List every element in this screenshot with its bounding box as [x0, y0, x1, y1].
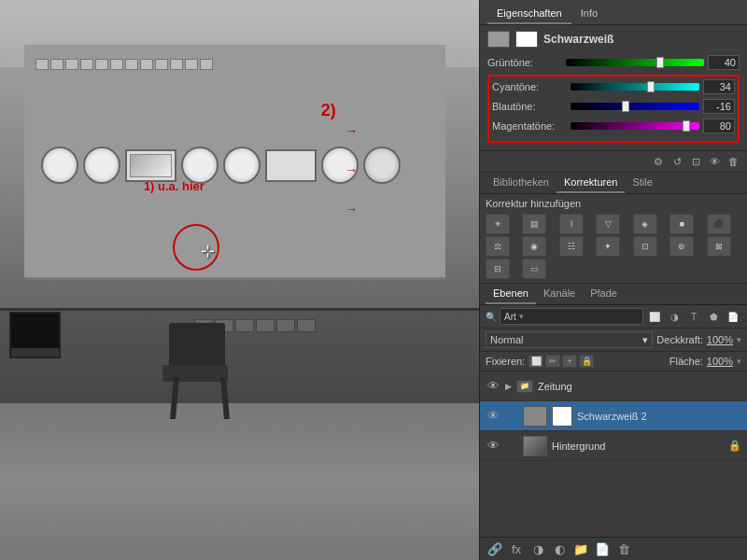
corr-icon-channel[interactable]: ☷ [559, 236, 584, 257]
tab-pfade[interactable]: Pfade [583, 284, 625, 304]
eigenschaften-icon-toolbar: ⚙ ↺ ⊡ 👁 🗑 [480, 151, 747, 173]
corr-icon-colorbalance[interactable]: ⬛ [707, 214, 731, 234]
delete-layer-icon[interactable]: 🗑 [614, 540, 633, 557]
flaeche-value[interactable]: 100% [707, 356, 733, 367]
corr-icon-exposure[interactable]: ▽ [596, 214, 620, 234]
tab-ebenen[interactable]: Ebenen [486, 284, 536, 304]
blend-mode-select[interactable]: Normal ▾ [486, 331, 653, 348]
type-filter-icon[interactable]: T [685, 309, 702, 324]
add-style-icon[interactable]: fx [507, 540, 526, 557]
fix-move-icon[interactable]: + [562, 355, 577, 368]
layer-thumbnail [487, 31, 510, 48]
ebenen-toolbar: 🔍 Art ▾ ⬜ ◑ T ⬟ 📄 [480, 305, 747, 329]
tab-eigenschaften[interactable]: Eigenschaften [487, 4, 571, 24]
gauge-round [223, 147, 261, 184]
new-adjustment-icon[interactable]: ◐ [550, 540, 569, 557]
slider-value-gruentone[interactable]: 40 [708, 55, 740, 70]
slider-handle-blautone[interactable] [622, 101, 629, 112]
corr-icon-invert[interactable]: ⊡ [633, 236, 657, 257]
tab-korrekturen[interactable]: Korrekturen [557, 173, 625, 193]
slider-value-cyantone[interactable]: 34 [703, 79, 735, 94]
drawer [276, 319, 295, 332]
fix-pixel-icon[interactable]: ⬜ [529, 355, 543, 368]
annotation-arrow-3: → [345, 202, 358, 217]
layer-item-zeitung[interactable]: 👁 ▶ 📁 Zeitung [480, 371, 747, 401]
eye-icon[interactable]: 👁 [706, 154, 723, 169]
slider-handle-magentatone[interactable] [683, 120, 690, 132]
korrekturen-title: Korrektur hinzufügen [486, 198, 741, 209]
corr-icon-bw[interactable]: ⚖ [486, 236, 510, 257]
new-layer-icon[interactable]: 📄 [593, 540, 612, 557]
slider-value-magentatone[interactable]: 80 [703, 119, 735, 133]
auto-icon[interactable]: ⚙ [650, 154, 667, 169]
layer-item-hintergrund[interactable]: 👁 Hintergrund 🔒 [480, 431, 747, 461]
switch [95, 59, 108, 70]
corr-icon-brightness[interactable]: ☀ [486, 214, 510, 234]
corr-icon-curves[interactable]: ⌇ [559, 214, 584, 234]
group-arrow-icon[interactable]: ▶ [505, 382, 512, 391]
annotation-arrow-1: → [345, 123, 358, 138]
tab-bibliotheken[interactable]: Bibliotheken [486, 173, 557, 193]
deckkraft-label: Deckkraft: [656, 334, 703, 345]
flaeche-arrow-icon[interactable]: ▾ [737, 357, 741, 366]
visibility-eye-hintergrund[interactable]: 👁 [486, 440, 500, 453]
slider-handle-cyantone[interactable] [647, 81, 655, 92]
slider-row-gruentone: Grüntöne: 40 [487, 55, 740, 70]
trash-icon[interactable]: 🗑 [725, 154, 741, 169]
add-mask-icon[interactable]: ◑ [529, 540, 547, 557]
visibility-eye-zeitung[interactable]: 👁 [486, 380, 500, 393]
ebenen-tabs-bar: Ebenen Kanäle Pfade [480, 284, 747, 305]
corr-icon-hsl[interactable]: ■ [669, 214, 694, 234]
adjustment-filter-icon[interactable]: ◑ [666, 309, 683, 324]
shape-filter-icon[interactable]: ⬟ [705, 309, 722, 324]
slider-track-blautone[interactable] [571, 101, 699, 112]
chair-leg [170, 377, 179, 419]
drawer [256, 319, 275, 332]
corr-icon-selectivecolor[interactable]: ▭ [522, 259, 546, 279]
new-group-icon[interactable]: 📁 [571, 540, 590, 557]
corr-icon-levels[interactable]: ▤ [522, 214, 546, 234]
pixel-filter-icon[interactable]: ⬜ [646, 309, 663, 324]
filter-type-dropdown[interactable]: Art [504, 312, 516, 322]
deckkraft-arrow-icon[interactable]: ▾ [737, 335, 741, 344]
link-layers-icon[interactable]: 🔗 [486, 540, 504, 557]
layer-label-zeitung: Zeitung [538, 381, 741, 392]
fix-all-icon[interactable]: 🔒 [579, 355, 594, 368]
fixieren-icons: ⬜ ✏ + 🔒 [529, 355, 594, 368]
dropdown-arrow-icon: ▾ [519, 312, 524, 321]
smart-filter-icon[interactable]: 📄 [725, 309, 741, 324]
search-box[interactable]: Art ▾ [500, 308, 643, 325]
tab-info[interactable]: Info [571, 4, 607, 24]
corr-icon-vibrance[interactable]: ◈ [633, 214, 657, 234]
slider-track-magentatone[interactable] [571, 120, 699, 132]
fix-draw-icon[interactable]: ✏ [545, 355, 560, 368]
layer-mask-schwarzweiss2 [552, 406, 572, 427]
deckkraft-value[interactable]: 100% [707, 334, 733, 345]
layer-label-schwarzweiss2: Schwarzweiß 2 [577, 411, 741, 422]
red-highlight-box: Cyantöne: 34 Blautöne: -16 [487, 75, 740, 143]
slider-track-cyantone[interactable] [571, 81, 699, 92]
slider-handle-gruentone[interactable] [656, 57, 664, 68]
tab-kanaele[interactable]: Kanäle [536, 284, 583, 304]
tab-stile[interactable]: Stile [625, 173, 659, 193]
slider-row-cyantone: Cyantöne: 34 [492, 79, 735, 94]
layer-item-schwarzweiss2[interactable]: 👁 Schwarzweiß 2 [480, 401, 747, 431]
cursor-pointer-icon: ⊹ [201, 241, 215, 261]
switch [110, 59, 123, 70]
switch [35, 59, 49, 70]
drawer [297, 319, 316, 332]
fixieren-label: Fixieren: [486, 356, 525, 367]
layer-lock-icon: 🔒 [728, 440, 741, 452]
slider-value-blautone[interactable]: -16 [703, 99, 735, 114]
corr-icon-photofilter[interactable]: ◉ [522, 236, 546, 257]
switch [140, 59, 153, 70]
reset-icon[interactable]: ↺ [669, 154, 685, 169]
corr-icon-posterize[interactable]: ⊛ [669, 236, 694, 257]
corr-icon-threshold[interactable]: ⊠ [707, 236, 731, 257]
corr-icon-gradientmap[interactable]: ⊟ [486, 259, 510, 279]
visibility-eye-schwarzweiss2[interactable]: 👁 [486, 410, 500, 423]
clip-icon[interactable]: ⊡ [687, 154, 704, 169]
corr-icon-lookup[interactable]: ✦ [596, 236, 620, 257]
switch [125, 59, 138, 70]
slider-track-gruentone[interactable] [566, 57, 704, 68]
